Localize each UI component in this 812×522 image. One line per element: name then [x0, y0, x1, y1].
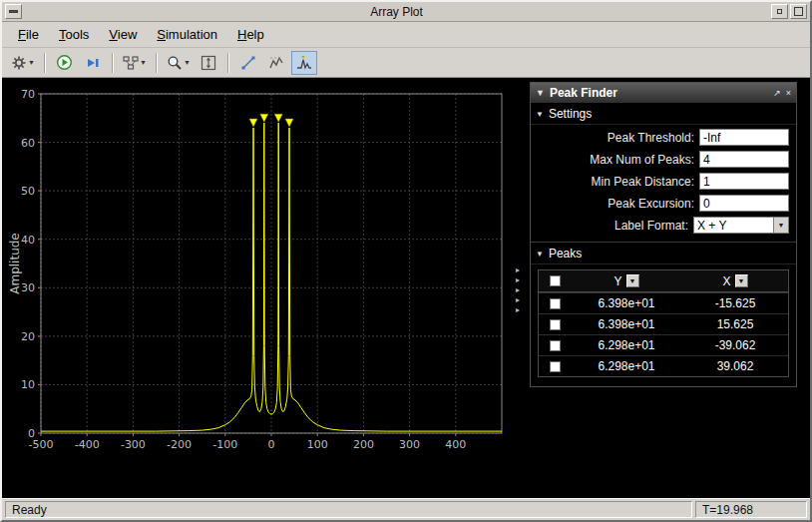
field-row-max-num-peaks: Max Num of Peaks: [538, 150, 789, 169]
tool-bar: ▼ ▼ [2, 48, 810, 78]
peak-x-value: 15.625 [682, 317, 788, 331]
peak-checkbox-0[interactable] [550, 298, 561, 309]
maximize-icon [794, 7, 803, 16]
simulation-options-button[interactable]: ▼ [120, 51, 150, 75]
svg-text:Amplitude: Amplitude [8, 233, 22, 294]
sort-x-button[interactable]: ▼ [735, 274, 748, 287]
svg-text:40: 40 [21, 234, 35, 247]
toolbar-separator [112, 53, 114, 73]
peak-x-value: -15.625 [682, 296, 788, 310]
signal-statistics-icon [268, 55, 284, 71]
menu-view[interactable]: View [101, 24, 145, 45]
peaks-table-body: 6.398e+01-15.6256.398e+0115.6256.298e+01… [539, 292, 788, 376]
menu-tools[interactable]: Tools [51, 24, 97, 45]
menu-help[interactable]: Help [229, 24, 272, 45]
column-label-x: X [722, 274, 730, 288]
max-num-peaks-input[interactable] [699, 151, 789, 168]
svg-text:0: 0 [268, 438, 275, 451]
window-title: Array Plot [24, 5, 769, 19]
row-checkbox-cell [539, 340, 571, 351]
peak-y-value: 6.398e+01 [571, 317, 682, 331]
dock-icon[interactable]: ↗ [773, 88, 781, 98]
collapse-icon[interactable]: ▼ [536, 88, 545, 98]
sort-y-button[interactable]: ▼ [626, 274, 639, 287]
peaks-table-header: Y▼X▼ [539, 270, 788, 292]
toolbar-separator [44, 53, 46, 73]
window-menu-icon [9, 10, 18, 13]
svg-text:300: 300 [399, 438, 420, 451]
step-forward-button[interactable] [80, 51, 106, 75]
peak-finder-button[interactable] [291, 51, 317, 75]
field-row-peak-excursion: Peak Excursion: [538, 194, 789, 213]
column-label-y: Y [613, 274, 621, 288]
svg-text:100: 100 [307, 438, 328, 451]
minimize-button[interactable] [771, 4, 788, 19]
menu-simulation[interactable]: Simulation [149, 24, 225, 45]
select-all-checkbox[interactable] [550, 275, 561, 286]
close-icon[interactable]: × [786, 88, 791, 98]
zoom-button[interactable]: ▼ [164, 51, 194, 75]
window-menu-button[interactable] [5, 4, 22, 19]
row-checkbox-cell [539, 361, 571, 372]
peak-checkbox-3[interactable] [550, 361, 561, 372]
step-forward-icon [85, 55, 101, 71]
settings-section-header[interactable]: ▼ Settings [531, 103, 796, 125]
run-button[interactable] [52, 51, 78, 75]
array-plot-window: Array Plot FileToolsViewSimulationHelp ▼ [0, 0, 812, 522]
column-header-y: Y▼ [571, 274, 682, 288]
svg-text:20: 20 [21, 330, 35, 343]
peaks-table: Y▼X▼ 6.398e+01-15.6256.398e+0115.6256.29… [538, 269, 789, 377]
signal-routing-icon [123, 55, 139, 71]
chevron-down-icon: ▼ [536, 250, 544, 259]
menu-file[interactable]: File [10, 24, 47, 45]
settings-button[interactable]: ▼ [8, 51, 38, 75]
svg-text:-400: -400 [75, 438, 100, 451]
peak-checkbox-1[interactable] [550, 319, 561, 330]
maximize-button[interactable] [790, 4, 807, 19]
svg-text:60: 60 [21, 137, 35, 150]
svg-text:400: 400 [445, 438, 466, 451]
field-row-label-format: Label Format:X + Y▼ [538, 216, 789, 235]
peaks-section-label: Peaks [549, 247, 582, 261]
column-header-x: X▼ [682, 274, 788, 288]
plot-area[interactable]: -500-400-300-200-10001002003004000102030… [8, 82, 506, 492]
peak-row-1[interactable]: 6.398e+0115.625 [539, 313, 788, 334]
peak-row-2[interactable]: 6.298e+01-39.062 [539, 334, 788, 355]
chevron-down-icon[interactable]: ▼ [773, 217, 789, 234]
peak-excursion-input[interactable] [699, 195, 789, 212]
chevron-right-icon: ▸ [516, 266, 520, 274]
peak-finder-icon [296, 55, 312, 71]
field-row-min-peak-distance: Min Peak Distance: [538, 172, 789, 191]
status-bar: Ready T=19.968 [2, 498, 810, 520]
label-format-select[interactable]: X + Y▼ [693, 217, 789, 234]
svg-text:200: 200 [353, 438, 374, 451]
cursor-measurements-icon [240, 55, 256, 71]
min-peak-distance-input[interactable] [699, 173, 789, 190]
peak-excursion-label: Peak Excursion: [608, 197, 694, 211]
scope-content: -500-400-300-200-10001002003004000102030… [2, 78, 810, 498]
peaks-section-header[interactable]: ▼ Peaks [531, 243, 796, 264]
simulation-time: T=19.968 [695, 501, 807, 518]
header-checkbox-cell [539, 275, 571, 286]
fit-to-view-icon [201, 55, 216, 71]
peak-threshold-input[interactable] [699, 129, 789, 146]
peak-row-0[interactable]: 6.398e+01-15.625 [539, 292, 788, 313]
toolbar-separator [156, 53, 158, 73]
chevron-down-icon: ▼ [28, 59, 35, 66]
peak-row-3[interactable]: 6.298e+0139.062 [539, 355, 788, 376]
peak-y-value: 6.398e+01 [571, 296, 682, 310]
row-checkbox-cell [539, 298, 571, 309]
peak-checkbox-2[interactable] [550, 340, 561, 351]
measurements-button[interactable] [235, 51, 261, 75]
fit-to-view-button[interactable] [196, 51, 221, 75]
svg-text:30: 30 [21, 281, 35, 294]
panel-collapse-handle[interactable]: ▸ ▸ ▸ ▸ ▸ [506, 82, 530, 498]
peak-x-value: 39.062 [682, 359, 788, 373]
svg-text:70: 70 [21, 88, 35, 101]
chevron-right-icon: ▸ [516, 276, 520, 284]
settings-fields: Peak Threshold:Max Num of Peaks:Min Peak… [531, 125, 796, 243]
signal-statistics-button[interactable] [263, 51, 289, 75]
plot-svg[interactable]: -500-400-300-200-10001002003004000102030… [8, 82, 506, 492]
run-icon [56, 54, 73, 71]
peak-finder-title: Peak Finder [550, 86, 768, 100]
